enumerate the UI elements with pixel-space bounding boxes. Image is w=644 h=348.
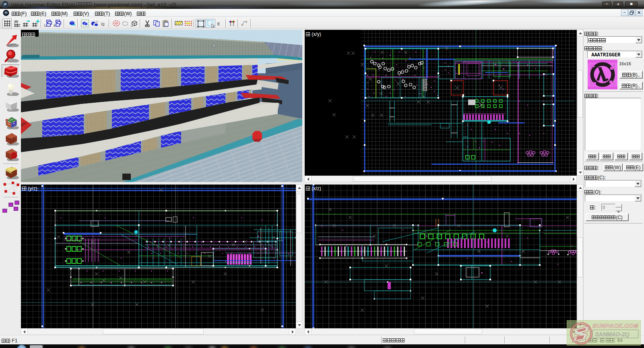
svg-text:L: L <box>44 23 46 27</box>
svg-text:ig: ig <box>101 21 105 26</box>
svg-text:tl: tl <box>217 21 220 26</box>
svg-text:s: s <box>54 23 56 27</box>
svg-text:SUNPACK.COM: SUNPACK.COM <box>592 323 638 329</box>
svg-text:3D: 3D <box>14 20 18 23</box>
svg-text:SANMAO-2Q: SANMAO-2Q <box>595 331 630 338</box>
